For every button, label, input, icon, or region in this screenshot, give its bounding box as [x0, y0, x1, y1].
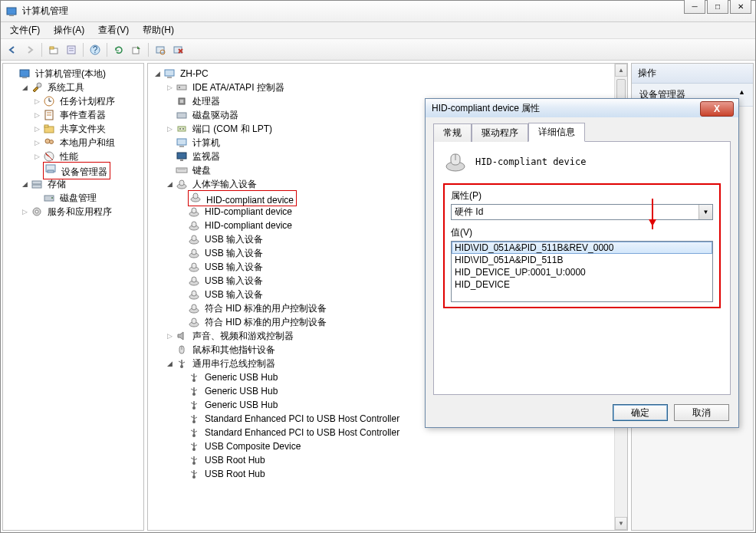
- menu-view[interactable]: 查看(V): [92, 22, 135, 38]
- menu-file[interactable]: 文件(F): [4, 22, 46, 38]
- tree-item-label: USB 输入设备: [203, 247, 265, 260]
- expand-toggle[interactable]: ▷: [165, 331, 174, 341]
- tree-item[interactable]: ▷共享文件夹: [5, 122, 142, 136]
- expand-toggle[interactable]: ▷: [165, 83, 174, 92]
- toolbar-separator: [41, 43, 42, 57]
- expand-toggle: [165, 166, 174, 175]
- listbox-row[interactable]: HID_DEVICE: [452, 278, 712, 291]
- menubar: 文件(F) 操作(A) 查看(V) 帮助(H): [1, 22, 755, 39]
- tree-item-label: USB Composite Device: [203, 441, 302, 452]
- toolbar: ?: [1, 39, 755, 61]
- usb-icon: [188, 399, 200, 411]
- tree-item-label: 计算机: [191, 137, 222, 150]
- tree-item-label: 存储: [46, 178, 67, 191]
- toolbar-separator: [148, 43, 149, 57]
- scroll-down-button[interactable]: ▼: [615, 517, 627, 530]
- scan-button[interactable]: [152, 41, 169, 58]
- tree-item-label: 键盘: [191, 164, 212, 177]
- refresh-button[interactable]: [110, 41, 127, 58]
- annotation-red-box: 属性(P) 硬件 Id ▼ 值(V) HID\VID_051A&PID_511B…: [443, 183, 721, 308]
- svg-rect-41: [177, 85, 186, 90]
- expand-toggle[interactable]: ▷: [20, 207, 29, 216]
- uninstall-button[interactable]: [169, 41, 186, 58]
- property-label: 属性(P): [451, 189, 713, 202]
- dialog-titlebar[interactable]: HID-compliant device 属性 X: [426, 99, 738, 117]
- tree-item[interactable]: USB Root Hub: [150, 467, 612, 481]
- left-pane: 计算机管理(本地)◢系统工具▷任务计划程序▷事件查看器▷共享文件夹▷本地用户和组…: [2, 63, 144, 531]
- property-combo[interactable]: 硬件 Id ▼: [451, 204, 713, 220]
- dialog-buttons: 确定 取消: [426, 398, 738, 427]
- properties-button[interactable]: [63, 41, 80, 58]
- tree-item[interactable]: ◢存储: [5, 177, 142, 191]
- tree-item[interactable]: ▷本地用户和组: [5, 136, 142, 150]
- expand-toggle[interactable]: ▷: [32, 97, 41, 106]
- export-button[interactable]: [128, 41, 145, 58]
- expand-toggle[interactable]: ▷: [32, 152, 41, 161]
- svg-rect-70: [192, 277, 196, 282]
- sound-icon: [176, 330, 188, 342]
- minimize-button[interactable]: ─: [684, 0, 705, 14]
- ok-button[interactable]: 确定: [613, 404, 668, 421]
- tab-strip: 常规 驱动程序 详细信息: [433, 123, 731, 142]
- listbox-row[interactable]: HID_DEVICE_UP:0001_U:0000: [452, 266, 712, 278]
- tree-item[interactable]: 设备管理器: [5, 163, 142, 177]
- tree-item[interactable]: ▷IDE ATA/ATAPI 控制器: [150, 81, 612, 94]
- expand-toggle[interactable]: ◢: [165, 359, 174, 368]
- svg-point-36: [51, 197, 53, 199]
- tree-item-label: 任务计划程序: [58, 95, 117, 108]
- tree-item[interactable]: ▷事件查看器: [5, 108, 142, 122]
- expand-toggle: [165, 138, 174, 147]
- maximize-button[interactable]: □: [707, 0, 728, 14]
- expand-toggle: [177, 276, 186, 285]
- svg-rect-76: [192, 318, 196, 324]
- svg-point-38: [35, 210, 38, 213]
- tab-general[interactable]: 常规: [433, 123, 472, 142]
- expand-toggle[interactable]: ◢: [153, 69, 162, 78]
- tree-item-label: HID-compliant device: [203, 220, 294, 231]
- listbox-row[interactable]: HID\VID_051A&PID_511B: [452, 254, 712, 266]
- dialog-close-button[interactable]: X: [700, 101, 734, 117]
- expand-toggle: [177, 262, 186, 271]
- expand-toggle[interactable]: ▷: [32, 124, 41, 133]
- svg-rect-40: [167, 77, 172, 78]
- menu-action[interactable]: 操作(A): [48, 22, 90, 38]
- tree-item[interactable]: ◢系统工具: [5, 81, 142, 94]
- tree-item[interactable]: 计算机管理(本地): [5, 67, 142, 81]
- expand-toggle: [177, 235, 186, 244]
- tree-item[interactable]: ▷服务和应用程序: [5, 205, 142, 219]
- scroll-up-button[interactable]: ▲: [615, 64, 627, 77]
- cancel-button[interactable]: 取消: [674, 404, 729, 421]
- tree-item[interactable]: 磁盘管理: [5, 191, 142, 205]
- up-button[interactable]: [45, 41, 62, 58]
- pc-icon: [176, 137, 188, 149]
- tree-item[interactable]: ◢ZH-PC: [150, 67, 612, 81]
- expand-toggle[interactable]: ▷: [32, 110, 41, 120]
- forward-button[interactable]: [21, 41, 38, 58]
- svg-rect-39: [165, 70, 174, 76]
- tab-details[interactable]: 详细信息: [528, 123, 585, 142]
- usb-icon: [188, 413, 200, 425]
- tab-driver[interactable]: 驱动程序: [472, 123, 528, 142]
- tree-item[interactable]: ▷任务计划程序: [5, 94, 142, 108]
- expand-toggle: [177, 373, 186, 382]
- expand-toggle[interactable]: ▷: [165, 124, 174, 133]
- expand-toggle[interactable]: ◢: [20, 83, 29, 92]
- close-button[interactable]: ✕: [730, 0, 751, 14]
- tree-item[interactable]: USB Root Hub: [150, 453, 612, 467]
- value-listbox[interactable]: HID\VID_051A&PID_511B&REV_0000HID\VID_05…: [451, 241, 713, 302]
- hid-icon: [443, 150, 468, 174]
- tree-item-label: 本地用户和组: [58, 137, 117, 150]
- expand-toggle[interactable]: ◢: [165, 179, 174, 189]
- svg-rect-52: [180, 160, 183, 161]
- help-button[interactable]: ?: [87, 41, 104, 58]
- tree-item-label: ZH-PC: [179, 68, 210, 79]
- titlebar: 计算机管理 ─ □ ✕: [1, 1, 755, 22]
- expand-toggle[interactable]: ▷: [32, 138, 41, 147]
- listbox-row[interactable]: HID\VID_051A&PID_511B&REV_0000: [452, 242, 712, 254]
- tree-item[interactable]: USB Composite Device: [150, 439, 612, 453]
- usb-icon: [176, 357, 188, 370]
- expand-toggle[interactable]: ◢: [20, 179, 29, 189]
- expand-toggle: [32, 166, 41, 175]
- menu-help[interactable]: 帮助(H): [136, 22, 180, 38]
- back-button[interactable]: [4, 41, 21, 58]
